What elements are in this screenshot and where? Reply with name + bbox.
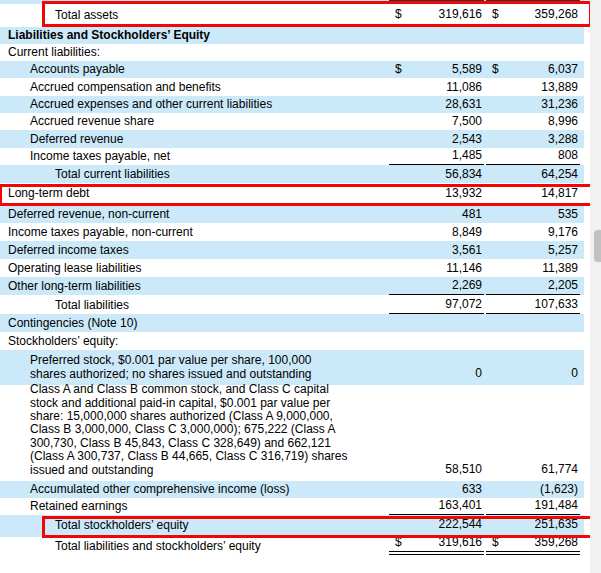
amount: 5,589 <box>452 62 482 77</box>
row-label: Liabilities and Stockholders’ Equity <box>0 28 389 44</box>
row-label: Income taxes payable, net <box>0 149 389 165</box>
value-cell-2: (1,623) <box>486 481 580 498</box>
value-cell-2: 5,257 <box>486 241 580 259</box>
table-row-accumulated-other-comprehensive-income: Accumulated other comprehensive income (… <box>0 481 584 498</box>
table-row-accrued-expenses: Accrued expenses and other current liabi… <box>0 96 584 113</box>
row-label: Accumulated other comprehensive income (… <box>0 482 389 498</box>
table-row-income-taxes-payable-net: Income taxes payable, net1,485808 <box>0 148 584 165</box>
amount: 14,817 <box>541 186 578 201</box>
table-row-retained-earnings: Retained earnings163,401191,484 <box>0 498 584 515</box>
amount: 56,834 <box>445 167 482 182</box>
row-label: Income taxes payable, non-current <box>0 225 389 241</box>
amount: 359,268 <box>535 535 578 550</box>
currency-symbol: $ <box>492 535 499 550</box>
amount: 8,996 <box>548 114 578 129</box>
amount: 11,389 <box>542 261 578 276</box>
table-row-current-liabilities-header: Current liabilities: <box>0 44 584 61</box>
amount: 2,205 <box>548 278 578 293</box>
scrollbar-thumb[interactable] <box>594 230 601 262</box>
amount: 7,500 <box>452 114 482 129</box>
value-cell-2: 9,176 <box>486 223 580 241</box>
amount: 13,932 <box>445 186 482 201</box>
amount: 222,544 <box>439 517 482 532</box>
currency-symbol: $ <box>395 535 402 550</box>
row-label: Stockholders’ equity: <box>0 334 389 350</box>
value-cell-2: $359,268 <box>486 537 580 555</box>
table-row-total-stockholders-equity: Total stockholders’ equity222,544251,635 <box>0 515 584 537</box>
value-cell-1: 13,932 <box>389 183 484 205</box>
amount: 11,086 <box>446 80 482 95</box>
amount: 251,635 <box>535 517 578 532</box>
value-cell-1: 222,544 <box>389 515 484 537</box>
amount: 6,037 <box>548 62 578 77</box>
value-cell-1: 163,401 <box>389 498 484 515</box>
value-cell-2: 13,889 <box>486 78 580 96</box>
amount: 3,288 <box>548 132 578 147</box>
table-row-other-long-term-liabilities: Other long-term liabilities2,2692,205 <box>0 277 584 295</box>
value-cell-1 <box>389 27 484 44</box>
row-label: Contingencies (Note 10) <box>0 316 389 332</box>
value-cell-2: 31,236 <box>486 96 580 113</box>
value-cell-1: 0 <box>389 350 484 385</box>
scrollbar-track[interactable] <box>590 0 601 573</box>
amount: 0 <box>475 366 482 381</box>
table-row-accrued-revenue-share: Accrued revenue share7,5008,996 <box>0 113 584 130</box>
value-cell-2: $359,268 <box>486 4 580 27</box>
value-cell-1: 2,269 <box>389 277 484 295</box>
row-label: Retained earnings <box>0 499 389 515</box>
value-cell-2: 0 <box>486 350 580 385</box>
amount: 481 <box>462 207 482 222</box>
row-label: Total stockholders’ equity <box>0 518 389 537</box>
row-label: Accrued revenue share <box>0 114 389 130</box>
row-label: Total liabilities <box>0 298 389 314</box>
amount: 3,561 <box>452 243 482 258</box>
table-row-long-term-debt: Long-term debt13,93214,817 <box>0 183 584 205</box>
table-row-common-stock: Class A and Class B common stock, and Cl… <box>0 385 584 481</box>
value-cell-1: 8,849 <box>389 223 484 241</box>
amount: 163,401 <box>439 498 482 513</box>
row-label: Deferred revenue, non-current <box>0 207 389 223</box>
table-row-total-liabilities-and-stockholders-equity: Total liabilities and stockholders’ equi… <box>0 537 584 555</box>
value-cell-1: 481 <box>389 205 484 223</box>
value-cell-2: 11,389 <box>486 259 580 277</box>
amount: 1,485 <box>452 148 482 163</box>
table-row-preferred-stock: Preferred stock, $0.001 par value per sh… <box>0 350 584 385</box>
amount: 2,269 <box>452 278 482 293</box>
amount: 808 <box>558 148 578 163</box>
value-cell-1: 7,500 <box>389 113 484 130</box>
amount: 64,254 <box>541 167 578 182</box>
currency-symbol: $ <box>492 62 499 77</box>
amount: 9,176 <box>548 225 578 240</box>
table-row-accrued-compensation: Accrued compensation and benefits11,0861… <box>0 78 584 96</box>
row-label: Accounts payable <box>0 62 389 78</box>
value-cell-1: $319,616 <box>389 537 484 555</box>
amount: 58,510 <box>445 462 482 477</box>
table-row-liabilities-and-stockholders-equity-header: Liabilities and Stockholders’ Equity <box>0 27 584 44</box>
value-cell-2: 535 <box>486 205 580 223</box>
value-cell-1: 56,834 <box>389 165 484 183</box>
value-cell-2 <box>486 314 580 332</box>
value-cell-1: 11,146 <box>389 259 484 277</box>
row-label: Accrued compensation and benefits <box>0 80 389 96</box>
amount: 5,257 <box>548 243 578 258</box>
table-row-income-taxes-payable-non-current: Income taxes payable, non-current8,8499,… <box>0 223 584 241</box>
amount: 0 <box>571 366 578 381</box>
row-label: Accrued expenses and other current liabi… <box>0 97 389 113</box>
row-label: Total current liabilities <box>0 167 389 183</box>
row-label: Deferred income taxes <box>0 243 389 259</box>
row-label: Other long-term liabilities <box>0 279 389 295</box>
amount: 31,236 <box>541 97 578 112</box>
value-cell-2: 191,484 <box>486 498 580 515</box>
table-row-contingencies: Contingencies (Note 10) <box>0 314 584 332</box>
amount: 319,616 <box>439 7 482 22</box>
value-cell-1 <box>389 44 484 61</box>
value-cell-2 <box>486 332 580 350</box>
amount: 2,543 <box>452 132 482 147</box>
value-cell-1 <box>389 332 484 350</box>
value-cell-2: 14,817 <box>486 183 580 205</box>
amount: 319,616 <box>439 535 482 550</box>
value-cell-1: $319,616 <box>389 4 484 27</box>
currency-symbol: $ <box>492 7 499 22</box>
row-label: Current liabilities: <box>0 45 389 61</box>
amount: 633 <box>462 482 482 497</box>
